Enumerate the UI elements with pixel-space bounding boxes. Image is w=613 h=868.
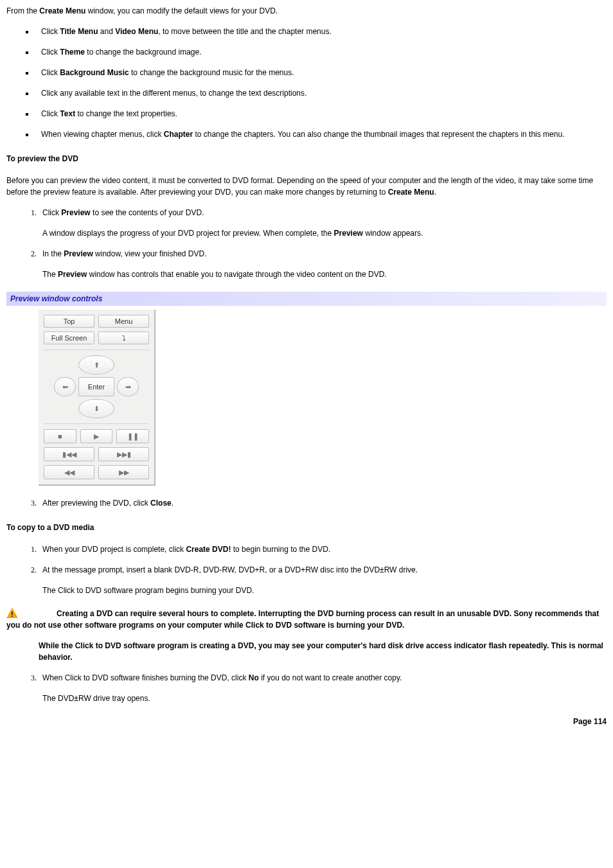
- create-menu-options-list: Click Title Menu and Video Menu, to move…: [6, 26, 607, 140]
- skip-next-icon: ▶▶▮: [117, 449, 131, 460]
- arrow-right-icon: ➡: [125, 382, 131, 393]
- nav-up-button[interactable]: ⬆: [78, 355, 114, 375]
- skip-prev-icon: ▮◀◀: [62, 449, 76, 460]
- preview-intro: Before you can preview the video content…: [6, 175, 607, 198]
- intro-paragraph: From the Create Menu window, you can mod…: [6, 5, 607, 17]
- copy-steps-1-2: When your DVD project is complete, click…: [6, 544, 607, 596]
- preview-steps-1-2: Click Preview to see the contents of you…: [6, 207, 607, 280]
- stop-icon: ■: [58, 431, 62, 442]
- play-button[interactable]: ▶: [80, 429, 113, 443]
- zoom-icon: ⤵: [122, 333, 126, 344]
- nav-left-button[interactable]: ⬅: [54, 377, 76, 396]
- preview-heading: To preview the DVD: [6, 153, 607, 164]
- list-item: When Click to DVD software finishes burn…: [39, 672, 607, 704]
- pause-button[interactable]: ❚❚: [116, 429, 149, 443]
- arrow-left-icon: ⬅: [62, 382, 68, 393]
- enter-button[interactable]: Enter: [78, 377, 114, 396]
- play-icon: ▶: [94, 431, 99, 442]
- copy-step-3: When Click to DVD software finishes burn…: [6, 672, 607, 704]
- stop-button[interactable]: ■: [44, 429, 76, 443]
- arrow-up-icon: ⬆: [94, 360, 100, 371]
- list-item: In the Preview window, view your finishe…: [39, 248, 607, 280]
- zoom-button[interactable]: ⤵: [98, 332, 149, 344]
- warning-text-1: Creating a DVD can require several hours…: [6, 608, 607, 631]
- preview-controls-caption: Preview window controls: [6, 292, 607, 306]
- warning-text-2: While the Click to DVD software program …: [39, 640, 607, 663]
- warning-icon: [6, 608, 18, 618]
- list-item: Click Preview to see the contents of you…: [39, 207, 607, 239]
- list-item: Click Theme to change the background ima…: [35, 46, 607, 58]
- separator: [44, 423, 149, 424]
- list-item: Click Background Music to change the bac…: [35, 67, 607, 78]
- nav-right-button[interactable]: ➡: [117, 377, 139, 396]
- nav-pad: ⬆ ⬅ Enter ➡ ⬇: [44, 355, 149, 418]
- preview-step-3: After previewing the DVD, click Close.: [6, 497, 607, 509]
- list-item: Click any available text in the differen…: [35, 87, 607, 99]
- list-item: Click Text to change the text properties…: [35, 108, 607, 120]
- rewind-button[interactable]: ◀◀: [44, 465, 94, 479]
- copy-heading: To copy to a DVD media: [6, 522, 607, 533]
- rewind-icon: ◀◀: [64, 467, 75, 478]
- arrow-down-icon: ⬇: [94, 403, 100, 414]
- menu-button[interactable]: Menu: [98, 315, 149, 328]
- previous-chapter-button[interactable]: ▮◀◀: [44, 447, 94, 461]
- next-chapter-button[interactable]: ▶▶▮: [98, 447, 149, 461]
- list-item: Click Title Menu and Video Menu, to move…: [35, 26, 607, 37]
- list-item: At the message prompt, insert a blank DV…: [39, 564, 607, 596]
- fast-forward-icon: ▶▶: [119, 467, 129, 478]
- list-item: After previewing the DVD, click Close.: [39, 497, 607, 509]
- preview-controls-figure: Top Menu Full Screen ⤵ ⬆ ⬅ Enter ➡ ⬇ ■ ▶…: [39, 310, 607, 486]
- nav-down-button[interactable]: ⬇: [78, 399, 114, 418]
- page-number: Page 114: [6, 716, 607, 727]
- warning-block: Creating a DVD can require several hours…: [6, 608, 607, 663]
- list-item: When viewing chapter menus, click Chapte…: [35, 128, 607, 140]
- fullscreen-button[interactable]: Full Screen: [44, 332, 94, 344]
- separator: [44, 350, 149, 350]
- pause-icon: ❚❚: [127, 431, 139, 442]
- fast-forward-button[interactable]: ▶▶: [98, 465, 149, 479]
- list-item: When your DVD project is complete, click…: [39, 544, 607, 555]
- top-button[interactable]: Top: [44, 315, 94, 328]
- preview-controls-panel: Top Menu Full Screen ⤵ ⬆ ⬅ Enter ➡ ⬇ ■ ▶…: [39, 310, 155, 486]
